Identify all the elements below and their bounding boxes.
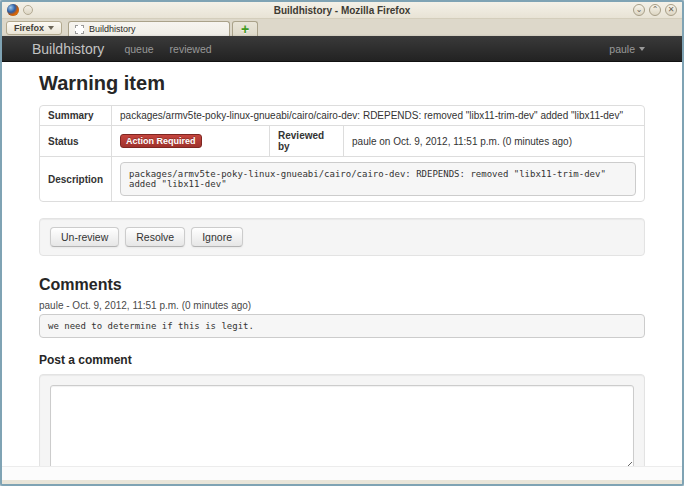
nav-link-queue[interactable]: queue	[124, 43, 153, 55]
caret-down-icon	[639, 47, 645, 51]
status-badge: Action Required	[120, 134, 202, 148]
un-review-button[interactable]: Un-review	[50, 227, 119, 247]
page-content: Warning item Summary packages/armv5te-po…	[2, 62, 682, 466]
user-name: paule	[609, 43, 635, 55]
table-row-summary: Summary packages/armv5te-poky-linux-gnue…	[40, 106, 644, 125]
window-frame-bottom	[2, 480, 682, 484]
user-dropdown[interactable]: paule	[609, 43, 645, 55]
new-tab-button[interactable]: +	[232, 21, 258, 36]
window-title: Buildhistory - Mozilla Firefox	[2, 5, 682, 16]
resolve-button[interactable]: Resolve	[125, 227, 185, 247]
post-comment-well: Post	[39, 374, 645, 466]
warning-detail-table: Summary packages/armv5te-poky-linux-gnue…	[39, 105, 645, 202]
summary-label: Summary	[40, 106, 111, 125]
tab-title: Buildhistory	[89, 24, 136, 34]
plus-icon: +	[241, 23, 249, 35]
firefox-menu-label: Firefox	[14, 23, 44, 33]
summary-value: packages/armv5te-poky-linux-gnueabi/cair…	[111, 106, 644, 125]
comment-item: paule - Oct. 9, 2012, 11:51 p.m. (0 minu…	[39, 300, 645, 338]
actions-well: Un-review Resolve Ignore	[39, 218, 645, 256]
table-row-description: Description packages/armv5te-poky-linux-…	[40, 156, 644, 201]
status-label: Status	[40, 125, 111, 156]
window-controls: ⌄ ⌃ ✕	[633, 4, 677, 16]
post-comment-heading: Post a comment	[39, 353, 645, 367]
navbar-brand[interactable]: Buildhistory	[32, 41, 104, 57]
comment-text: we need to determine if this is legit.	[39, 314, 645, 338]
status-cell: Action Required	[111, 125, 269, 156]
comments-heading: Comments	[39, 276, 645, 294]
description-code: packages/armv5te-poky-linux-gnueabi/cair…	[120, 162, 636, 196]
chevron-down-icon	[48, 26, 54, 30]
ignore-button[interactable]: Ignore	[191, 227, 243, 247]
page-title: Warning item	[39, 72, 645, 95]
firefox-menu-button[interactable]: Firefox	[6, 21, 62, 35]
window-menu-button[interactable]	[23, 5, 33, 15]
comment-meta: paule - Oct. 9, 2012, 11:51 p.m. (0 minu…	[39, 300, 645, 311]
window-titlebar[interactable]: Buildhistory - Mozilla Firefox ⌄ ⌃ ✕	[2, 2, 682, 19]
description-label: Description	[40, 156, 111, 201]
maximize-button[interactable]: ⌃	[649, 4, 661, 16]
firefox-logo-icon	[7, 4, 19, 16]
reviewed-by-value: paule on Oct. 9, 2012, 11:51 p.m. (0 min…	[343, 125, 644, 156]
description-cell: packages/armv5te-poky-linux-gnueabi/cair…	[111, 156, 644, 201]
reviewed-by-label: Reviewed by	[269, 125, 343, 156]
table-row-status: Status Action Required Reviewed by paule…	[40, 125, 644, 156]
app-navbar: Buildhistory queue reviewed paule	[2, 36, 682, 62]
minimize-button[interactable]: ⌄	[633, 4, 645, 16]
close-button[interactable]: ✕	[665, 4, 677, 16]
favicon-placeholder-icon	[75, 25, 84, 34]
tab-bar: Firefox Buildhistory +	[2, 19, 682, 36]
firefox-window: Buildhistory - Mozilla Firefox ⌄ ⌃ ✕ Fir…	[0, 0, 684, 486]
comment-textarea[interactable]	[50, 385, 634, 466]
nav-link-reviewed[interactable]: reviewed	[170, 43, 212, 55]
tab-buildhistory[interactable]: Buildhistory	[68, 21, 230, 36]
browser-bottom-bar	[2, 466, 682, 480]
